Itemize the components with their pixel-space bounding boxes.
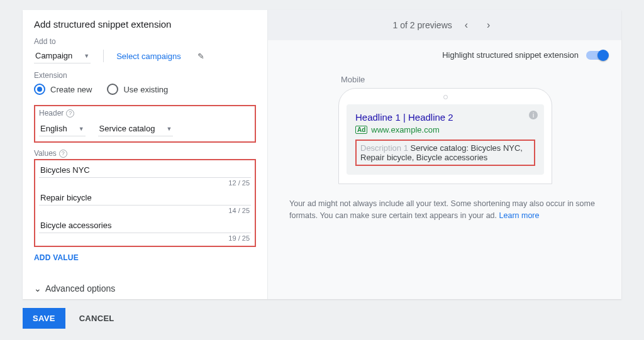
- preview-disclaimer: Your ad might not always include all you…: [268, 190, 621, 222]
- chevron-down-icon: ▼: [166, 126, 172, 132]
- select-campaigns-link[interactable]: Select campaigns: [116, 52, 181, 61]
- chevron-down-icon: ▼: [79, 126, 84, 132]
- value-input-1[interactable]: [39, 162, 251, 178]
- values-label: Values: [34, 149, 57, 158]
- preview-prev-button[interactable]: ‹: [458, 16, 474, 35]
- language-value: English: [40, 124, 67, 133]
- ad-description-box: Description 1 Service catalog: Bicycles …: [355, 140, 535, 166]
- right-panel: 1 of 2 previews ‹ › Highlight structured…: [268, 10, 621, 299]
- left-panel: Add structured snippet extension Add to …: [23, 10, 268, 299]
- radio-label: Use existing: [123, 85, 168, 94]
- add-to-row: Campaign ▼ Select campaigns ✎: [34, 48, 256, 63]
- ad-headlines: Headline 1 | Headline 2: [355, 112, 535, 123]
- values-label-row: Values ?: [34, 149, 256, 158]
- value-counter-3: 19 / 25: [39, 233, 251, 244]
- preview-next-button[interactable]: ›: [480, 16, 496, 35]
- highlight-toggle[interactable]: [586, 51, 608, 60]
- advanced-label: Advanced options: [45, 283, 115, 293]
- ad-url-line: Ad www.example.com: [355, 125, 535, 134]
- save-button[interactable]: SAVE: [23, 308, 65, 329]
- footer-actions: SAVE CANCEL: [23, 308, 114, 329]
- value-input-3[interactable]: [39, 217, 251, 233]
- preview-header: 1 of 2 previews ‹ ›: [268, 10, 621, 40]
- chevron-down-icon: ⌄: [34, 283, 42, 293]
- panels: Add structured snippet extension Add to …: [23, 10, 621, 299]
- value-counter-1: 12 / 25: [39, 178, 251, 189]
- extension-label: Extension: [34, 71, 256, 80]
- ad-description-placeholder: Description 1: [360, 143, 408, 153]
- highlight-label: Highlight structured snippet extension: [442, 50, 579, 60]
- ad-card: i Headline 1 | Headline 2 Ad www.example…: [347, 104, 544, 175]
- radio-use-existing[interactable]: Use existing: [107, 84, 168, 95]
- add-to-value: Campaign: [35, 51, 72, 60]
- ad-badge: Ad: [355, 126, 367, 134]
- advanced-options-toggle[interactable]: ⌄ Advanced options: [34, 283, 256, 293]
- radio-label: Create new: [50, 85, 92, 94]
- cancel-button[interactable]: CANCEL: [79, 314, 114, 323]
- phone-frame: i Headline 1 | Headline 2 Ad www.example…: [338, 88, 552, 184]
- app-root: Add structured snippet extension Add to …: [0, 0, 644, 340]
- radio-icon: [107, 84, 118, 95]
- help-icon[interactable]: ?: [66, 109, 74, 118]
- ad-url: www.example.com: [371, 125, 439, 134]
- language-dropdown[interactable]: English ▼: [39, 121, 86, 136]
- header-type-value: Service catalog: [99, 124, 155, 133]
- phone-speaker-icon: [443, 95, 448, 99]
- radio-icon: [34, 84, 45, 95]
- add-to-label: Add to: [34, 37, 256, 46]
- mobile-preview-wrap: Mobile i Headline 1 | Headline 2 Ad www.…: [268, 60, 621, 190]
- highlight-row: Highlight structured snippet extension: [268, 40, 621, 60]
- page-title: Add structured snippet extension: [34, 19, 256, 30]
- header-label-row: Header ?: [39, 109, 251, 118]
- chevron-down-icon: ▼: [84, 53, 89, 59]
- help-icon[interactable]: ?: [59, 150, 67, 158]
- value-input-2[interactable]: [39, 189, 251, 206]
- value-counter-2: 14 / 25: [39, 206, 251, 217]
- pencil-icon[interactable]: ✎: [197, 52, 204, 61]
- header-type-dropdown[interactable]: Service catalog ▼: [98, 121, 174, 136]
- info-icon[interactable]: i: [529, 111, 538, 119]
- divider: [103, 50, 104, 62]
- add-to-dropdown[interactable]: Campaign ▼: [34, 48, 91, 63]
- extension-radio-group: Create new Use existing: [34, 84, 256, 95]
- values-section: 12 / 25 14 / 25 19 / 25: [34, 159, 256, 247]
- header-label: Header: [39, 109, 64, 118]
- radio-create-new[interactable]: Create new: [34, 84, 92, 95]
- mobile-label: Mobile: [341, 75, 596, 84]
- toggle-knob: [597, 50, 609, 61]
- add-value-button[interactable]: ADD VALUE: [34, 253, 256, 262]
- header-section: Header ? English ▼ Service catalog ▼: [34, 105, 256, 143]
- preview-counter: 1 of 2 previews: [393, 20, 452, 30]
- disclaimer-text: Your ad might not always include all you…: [289, 199, 595, 220]
- header-dropdowns: English ▼ Service catalog ▼: [39, 121, 251, 136]
- learn-more-link[interactable]: Learn more: [499, 211, 540, 220]
